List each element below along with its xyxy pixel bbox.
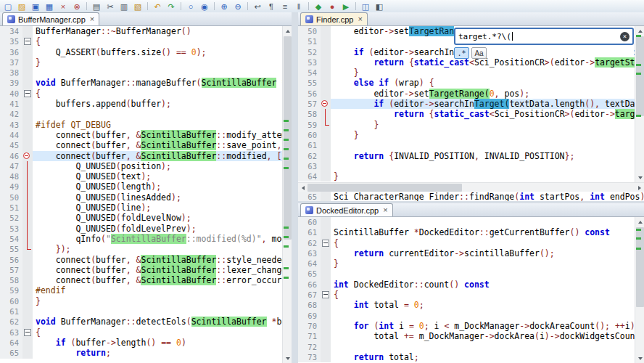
toolbar-show-whitespace-button[interactable]: ¶ [265,1,277,12]
vertical-scrollbar[interactable] [635,26,644,182]
clear-search-button[interactable]: × [620,32,629,41]
regex-toggle-button[interactable]: .* [454,47,469,59]
scrollbar-down-button[interactable] [635,354,644,363]
code-line[interactable]: 64} [298,258,635,269]
scrollbar-down-button[interactable] [283,354,292,363]
code-line[interactable]: 37} [0,57,282,68]
code-line[interactable]: 59#endif [0,285,282,295]
code-line[interactable]: 36 Q_ASSERT(buffers.size() == 0); [0,47,282,57]
code-line[interactable]: 44 connect(buffer, &ScintillaBuffer::mod… [0,130,282,140]
fold-marker-collapse[interactable] [321,290,331,300]
code-line[interactable]: 42 [0,109,282,119]
fold-marker-collapse[interactable] [22,36,33,46]
code-line[interactable]: 50 Q_UNUSED(linesAdded); [0,192,282,203]
fold-marker-collapse[interactable] [22,89,33,99]
toolbar-replace-button[interactable]: ◉ [199,1,210,12]
toolbar-undo-button[interactable]: ↶ [152,1,163,12]
toolbar-paste-button[interactable]: ▧ [132,1,144,12]
scrollbar-thumb[interactable] [284,36,292,240]
code-line[interactable]: 70 for (int i = 0; i < m_DockManager->do… [298,321,635,331]
toolbar-record-macro-button[interactable]: ● [326,1,338,12]
toolbar-cut-button[interactable]: ✂ [104,1,116,12]
scrollbar-thumb[interactable] [636,36,644,116]
code-line[interactable]: 58 connect(buffer, &ScintillaBuffer::err… [0,275,282,285]
scrollbar-up-button[interactable] [635,217,644,227]
scrollbar-up-button[interactable] [283,26,292,36]
code-line[interactable]: 69 [298,311,635,321]
code-line[interactable]: 56 editor->setTargetRange(0, pos); [298,89,635,99]
toolbar-zoom-in-button[interactable]: ⊕ [218,1,230,12]
code-line[interactable]: 66int DockedEditor::count() const [298,280,635,290]
code-line[interactable]: 62void BufferManager::detectEols(Scintil… [0,317,282,327]
toolbar-bookmark-button[interactable]: ◆ [313,1,324,12]
toolbar-settings-button[interactable]: ◧ [373,1,385,12]
code-line[interactable]: 60 [298,217,635,227]
code-line[interactable]: 54 } [298,68,635,78]
toolbar-open-folder-button[interactable]: ▨ [16,1,28,12]
tab-close-icon[interactable]: × [383,206,387,214]
toolbar-zoom-out-button[interactable]: ⊖ [232,1,244,12]
toolbar-close-file-button[interactable]: × [57,1,69,12]
tab-finder[interactable]: Finder.cpp × [300,12,368,25]
code-line[interactable]: 53 return {static_cast<Sci_PositionCR>(e… [298,57,635,68]
code-line[interactable]: 68 int total = 0; [298,300,635,310]
code-line[interactable]: 41 buffers.append(buffer); [0,99,282,109]
toolbar-new-file-button[interactable]: ▢ [2,1,14,12]
code-line[interactable]: 71 total += m_DockManager->dockArea(i)->… [298,331,635,341]
toolbar-word-wrap-button[interactable]: ↩ [252,1,263,12]
toolbar-copy-button[interactable]: ▥ [118,1,130,12]
search-input[interactable]: target.*?\( × [454,28,634,45]
fold-marker-current[interactable] [22,151,33,161]
fold-marker-collapse[interactable] [22,327,33,338]
code-line[interactable]: 34BufferManager::~BufferManager() [0,26,282,36]
code-line[interactable]: 60} [0,296,282,306]
code-line[interactable]: 67{ [298,290,635,300]
code-line[interactable]: 65 [298,269,635,279]
code-line[interactable]: 51 Q_UNUSED(line); [0,203,282,213]
toolbar-print-button[interactable]: ▤ [91,1,102,12]
code-line[interactable]: 72 [298,342,635,352]
toolbar-monitor-file-button[interactable]: ◫ [360,1,371,12]
code-line[interactable]: 61 [0,306,282,317]
tab-dockededitor[interactable]: DockedEditor.cpp × [300,203,393,216]
code-line[interactable]: 47 Q_UNUSED(position); [0,161,282,171]
toolbar-indent-guides-button[interactable]: ‖ [293,1,305,12]
code-line[interactable]: 65 return; [0,348,282,358]
code-line[interactable]: 63 [298,161,635,171]
code-line[interactable]: 45 connect(buffer, &ScintillaBuffer::sav… [0,140,282,150]
code-line[interactable]: 39void BufferManager::manageBuffer(Scint… [0,78,282,88]
vertical-scrollbar[interactable] [282,26,292,363]
tab-close-icon[interactable]: × [90,15,94,23]
code-line[interactable]: 73 return total; [298,352,635,362]
code-line[interactable]: 63 return currentEditor->scintillaBuffer… [298,248,635,258]
code-line[interactable]: 53 Q_UNUSED(foldLevelPrev); [0,224,282,234]
code-line[interactable]: 48 Q_UNUSED(text); [0,171,282,182]
code-line[interactable]: 57 connect(buffer, &ScintillaBuffer::lex… [0,265,282,275]
horizontal-scrollbar[interactable] [298,182,644,192]
fold-marker-current[interactable] [321,99,331,109]
code-line[interactable]: 64} [298,171,635,182]
code-line[interactable]: 62{ [298,238,635,248]
code-line[interactable]: 46 connect(buffer, &ScintillaBuffer::mod… [0,151,282,161]
code-line[interactable]: 40{ [0,89,282,99]
code-line[interactable]: 61 [298,140,635,150]
match-case-toggle-button[interactable]: Aa [471,47,487,59]
tab-buffermanager[interactable]: BufferManager.cpp × [2,12,99,25]
code-line[interactable]: 59 } [298,120,635,130]
toolbar-save-all-button[interactable]: ▦ [44,1,55,12]
vertical-scrollbar[interactable] [635,217,644,363]
code-line[interactable]: 43#ifdef QT_DEBUG [0,120,282,130]
code-line[interactable]: 61ScintillaBuffer *DockedEditor::getCurr… [298,227,635,237]
toolbar-close-all-button[interactable]: ⊗ [71,1,83,12]
code-line[interactable]: 57 if (editor->searchInTarget(textData.l… [298,99,635,109]
toolbar-find-button[interactable]: ○ [185,1,197,12]
toolbar-save-button[interactable]: ▣ [30,1,41,12]
code-line[interactable]: 62 return {INVALID_POSITION, INVALID_POS… [298,151,635,161]
toolbar-show-eol-button[interactable]: ≡ [279,1,291,12]
toolbar-play-macro-button[interactable]: ▶ [340,1,352,12]
code-line[interactable]: 58 return {static_cast<Sci_PositionCR>(e… [298,109,635,119]
code-line[interactable]: 54 qInfo("ScintillaBuffer::modified(%d)"… [0,234,282,244]
code-line[interactable]: 52 Q_UNUSED(foldLevelNow); [0,213,282,223]
code-line[interactable]: 38 [0,68,282,78]
vertical-splitter[interactable] [292,12,298,363]
